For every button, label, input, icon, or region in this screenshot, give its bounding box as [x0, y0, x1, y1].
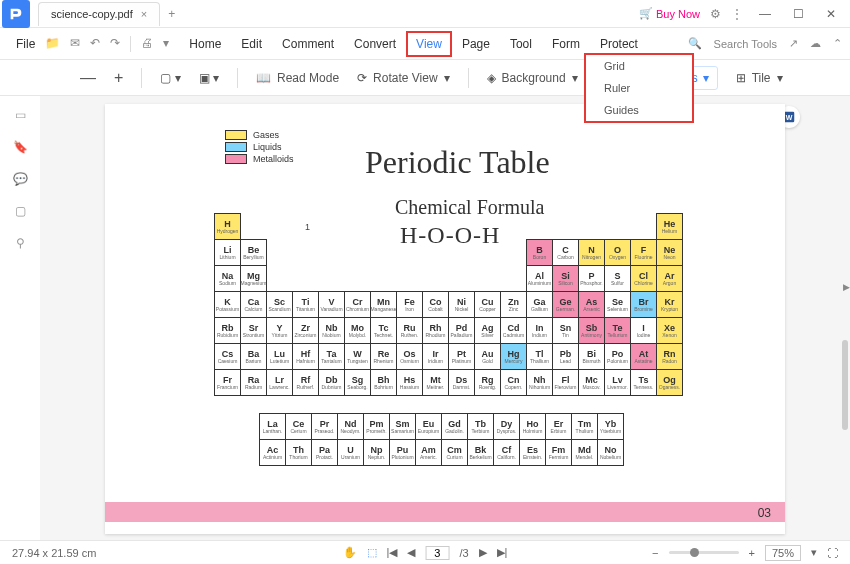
print-icon[interactable]: 🖨	[141, 36, 153, 52]
element-Ra: RaRadium	[240, 369, 267, 396]
zoom-slider[interactable]	[669, 551, 739, 554]
zoom-in-button[interactable]: +	[114, 69, 123, 87]
prev-page-icon[interactable]: ◀	[407, 546, 415, 559]
diamond-icon: ◈	[487, 71, 496, 85]
add-tab-icon[interactable]: +	[168, 7, 175, 21]
comments-icon[interactable]: 💬	[13, 172, 28, 186]
search-tools[interactable]: Search Tools	[714, 38, 777, 50]
element-Mn: MnManganese	[370, 291, 397, 318]
element-Ag: AgSilver	[474, 317, 501, 344]
rulers-grids-dropdown: GridRulerGuides	[584, 53, 694, 123]
undo-icon[interactable]: ↶	[90, 36, 100, 52]
statusbar: 27.94 x 21.59 cm ✋ ⬚ |◀ ◀ /3 ▶ ▶| − + 75…	[0, 540, 850, 564]
menu-home[interactable]: Home	[179, 31, 231, 57]
element-Se: SeSelenium	[604, 291, 631, 318]
mail-icon[interactable]: ✉	[70, 36, 80, 52]
document-canvas[interactable]: W Gases Liquids Metalloids Periodic Tabl…	[40, 96, 850, 540]
element-Rg: RgRoentg.	[474, 369, 501, 396]
element-Pm: PmPrometh.	[363, 413, 390, 440]
buy-now-link[interactable]: 🛒 Buy Now	[639, 7, 700, 20]
menu-comment[interactable]: Comment	[272, 31, 344, 57]
left-sidebar: ▭ 🔖 💬 ▢ ⚲	[0, 96, 40, 540]
element-Cs: CsCaesium	[214, 343, 241, 370]
element-He: HeHelium	[656, 213, 683, 240]
zoom-in-icon[interactable]: +	[749, 547, 755, 559]
next-page-icon[interactable]: ▶	[479, 546, 487, 559]
element-Nb: NbNiobium	[318, 317, 345, 344]
page-footer-bar	[105, 502, 785, 522]
element-Ds: DsDarmst.	[448, 369, 475, 396]
menu-tool[interactable]: Tool	[500, 31, 542, 57]
element-Cr: CrChromium	[344, 291, 371, 318]
page-input[interactable]	[425, 546, 449, 560]
element-Pr: PrPraseod.	[311, 413, 338, 440]
cloud-icon[interactable]: ☁	[810, 37, 821, 50]
element-Np: NpNeptun.	[363, 439, 390, 466]
fullscreen-icon[interactable]: ⛶	[827, 547, 838, 559]
read-mode-button[interactable]: 📖 Read Mode	[256, 71, 339, 85]
fit-page-button[interactable]: ▢ ▾	[160, 71, 180, 85]
periodic-table: HHydrogenHeHeliumLiLithiumBeBerylliumBBo…	[215, 214, 683, 396]
search-icon[interactable]: ⚲	[16, 236, 25, 250]
document-tab[interactable]: science-copy.pdf ×	[38, 2, 160, 26]
zoom-out-button[interactable]: —	[80, 69, 96, 87]
dropdown-item-guides[interactable]: Guides	[586, 99, 692, 121]
chevron-down-icon: ▾	[572, 71, 578, 85]
menu-edit[interactable]: Edit	[231, 31, 272, 57]
element-Nh: NhNihonium	[526, 369, 553, 396]
thumbnails-icon[interactable]: ▭	[15, 108, 26, 122]
print-dd-icon[interactable]: ▾	[163, 36, 169, 52]
open-icon[interactable]: 📁	[45, 36, 60, 52]
page-dimensions: 27.94 x 21.59 cm	[12, 547, 96, 559]
element-Kr: KrKrypton	[656, 291, 683, 318]
first-page-icon[interactable]: |◀	[387, 546, 398, 559]
dropdown-item-ruler[interactable]: Ruler	[586, 77, 692, 99]
element-B: BBoron	[526, 239, 553, 266]
minimize-button[interactable]: —	[753, 3, 777, 25]
redo-icon[interactable]: ↷	[110, 36, 120, 52]
menu-convert[interactable]: Convert	[344, 31, 406, 57]
element-Xe: XeXenon	[656, 317, 683, 344]
element-Ru: RuRuthen.	[396, 317, 423, 344]
select-tool-icon[interactable]: ⬚	[367, 546, 377, 559]
rotate-view-button[interactable]: ⟳ Rotate View ▾	[357, 71, 449, 85]
page-title: Periodic Table	[365, 144, 550, 181]
settings-icon[interactable]: ⚙	[710, 7, 721, 21]
element-Re: ReRhenium	[370, 343, 397, 370]
element-Ge: GeGerman.	[552, 291, 579, 318]
hand-tool-icon[interactable]: ✋	[343, 546, 357, 559]
bookmarks-icon[interactable]: 🔖	[13, 140, 28, 154]
zoom-out-icon[interactable]: −	[652, 547, 658, 559]
zoom-dd-icon[interactable]: ▾	[811, 546, 817, 559]
element-Sm: SmSamarium	[389, 413, 416, 440]
menu-view[interactable]: View	[406, 31, 452, 57]
menu-form[interactable]: Form	[542, 31, 590, 57]
tile-button[interactable]: ⊞ Tile ▾	[736, 71, 783, 85]
element-Cu: CuCopper	[474, 291, 501, 318]
menu-page[interactable]: Page	[452, 31, 500, 57]
more-icon[interactable]: ⋮	[731, 7, 743, 21]
close-button[interactable]: ✕	[820, 3, 842, 25]
file-menu[interactable]: File	[8, 33, 43, 55]
maximize-button[interactable]: ☐	[787, 3, 810, 25]
share-icon[interactable]: ↗	[789, 37, 798, 50]
attachments-icon[interactable]: ▢	[15, 204, 26, 218]
element-C: CCarbon	[552, 239, 579, 266]
tab-close-icon[interactable]: ×	[141, 8, 147, 20]
element-Ti: TiTitanium	[292, 291, 319, 318]
chevron-up-icon[interactable]: ⌃	[833, 37, 842, 50]
element-Mg: MgMagnesium	[240, 265, 267, 292]
element-Hf: HfHafnium	[292, 343, 319, 370]
last-page-icon[interactable]: ▶|	[497, 546, 508, 559]
app-logo[interactable]	[2, 0, 30, 28]
element-As: AsArsenic	[578, 291, 605, 318]
element-Be: BeBeryllium	[240, 239, 267, 266]
dropdown-item-grid[interactable]: Grid	[586, 55, 692, 77]
element-Dy: DyDyspros.	[493, 413, 520, 440]
search-icon[interactable]: 🔍	[688, 37, 702, 50]
scrollbar[interactable]	[842, 200, 848, 504]
element-Fr: FrFrancium	[214, 369, 241, 396]
element-Pd: PdPalladium	[448, 317, 475, 344]
fit-width-button[interactable]: ▣ ▾	[199, 71, 219, 85]
background-button[interactable]: ◈ Background ▾	[487, 71, 578, 85]
